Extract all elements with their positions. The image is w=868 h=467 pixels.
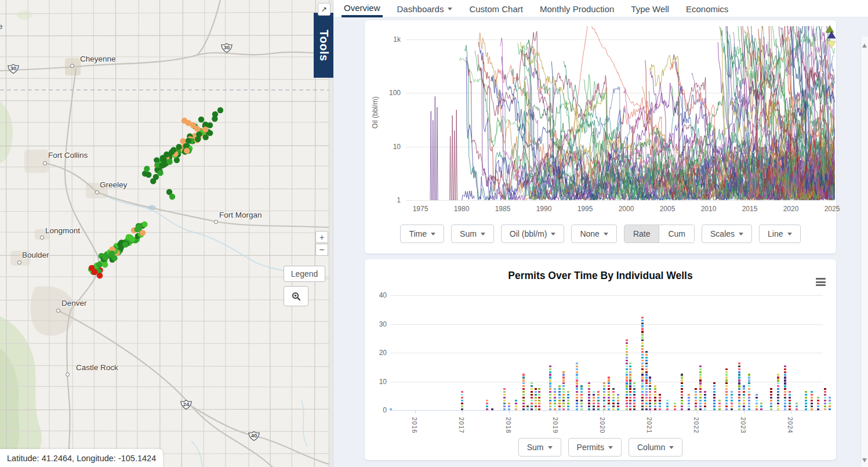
x-tick-mark bbox=[603, 410, 604, 414]
tab-economics[interactable]: Economics bbox=[684, 0, 731, 17]
permit-bar[interactable] bbox=[760, 401, 762, 410]
permit-bar[interactable] bbox=[522, 373, 525, 410]
oil-bbl-m--dropdown[interactable]: Oil (bbl/m) bbox=[501, 225, 565, 243]
vertical-scrollbar[interactable] bbox=[860, 37, 868, 467]
scales-dropdown[interactable]: Scales bbox=[702, 225, 752, 243]
sum-dropdown[interactable]: Sum bbox=[451, 225, 494, 243]
toggle-option-cum[interactable]: Cum bbox=[659, 225, 694, 242]
permit-bar[interactable] bbox=[796, 401, 798, 410]
tab-type-well[interactable]: Type Well bbox=[629, 0, 671, 17]
permit-bar[interactable] bbox=[770, 388, 772, 411]
permit-bar[interactable] bbox=[748, 373, 750, 410]
y-tick-label: 40 bbox=[365, 291, 387, 299]
sum-dropdown[interactable]: Sum bbox=[518, 438, 561, 457]
permit-bar[interactable] bbox=[503, 388, 506, 411]
button-label: Line bbox=[768, 229, 783, 238]
permit-bar[interactable] bbox=[508, 401, 510, 410]
permit-bar[interactable] bbox=[738, 361, 740, 410]
well-dot-layer[interactable] bbox=[88, 107, 223, 278]
permit-bar[interactable] bbox=[805, 390, 807, 410]
permit-bar[interactable] bbox=[588, 382, 590, 410]
permit-bar[interactable] bbox=[626, 339, 628, 411]
permit-bar[interactable] bbox=[699, 364, 702, 410]
permit-bar[interactable] bbox=[531, 382, 533, 410]
permit-bar[interactable] bbox=[784, 364, 786, 410]
permit-bar[interactable] bbox=[612, 388, 615, 411]
x-tick-mark bbox=[697, 410, 698, 414]
permit-bar[interactable] bbox=[526, 404, 529, 410]
permit-bar[interactable] bbox=[829, 396, 831, 410]
permit-bar[interactable] bbox=[515, 399, 517, 410]
permit-bar[interactable] bbox=[688, 393, 690, 410]
permit-bar[interactable] bbox=[633, 382, 635, 410]
tab-custom-chart[interactable]: Custom Chart bbox=[467, 0, 525, 17]
permit-bar[interactable] bbox=[538, 388, 540, 411]
x-tick-label: 2019 bbox=[552, 417, 559, 433]
well-dot bbox=[203, 134, 209, 140]
permit-bar[interactable] bbox=[789, 390, 791, 410]
map-search-button[interactable] bbox=[284, 286, 308, 306]
permit-bar[interactable] bbox=[567, 390, 569, 410]
permit-bar[interactable] bbox=[704, 390, 706, 410]
well-dot bbox=[195, 136, 201, 142]
permit-bar[interactable] bbox=[731, 390, 733, 410]
permit-bar[interactable] bbox=[811, 390, 813, 410]
permit-bar[interactable] bbox=[817, 396, 819, 410]
toggle-option-rate[interactable]: Rate bbox=[624, 225, 659, 242]
none-dropdown[interactable]: None bbox=[571, 225, 616, 243]
permit-bar[interactable] bbox=[461, 390, 463, 410]
map-legend-button[interactable]: Legend bbox=[284, 266, 325, 282]
permit-bar[interactable] bbox=[486, 399, 488, 410]
city-marker-fort-collins bbox=[43, 161, 47, 165]
map-expand-button[interactable]: ↗ bbox=[318, 3, 331, 16]
permits-chart-controls: SumPermitsColumn bbox=[365, 438, 836, 457]
oil-series-plot[interactable] bbox=[406, 26, 835, 200]
scrollbar-up-arrow[interactable] bbox=[862, 44, 867, 48]
permit-bar[interactable] bbox=[558, 385, 561, 411]
y-tick-label: 10 bbox=[365, 378, 387, 386]
permit-bar[interactable] bbox=[617, 393, 619, 410]
tools-tab[interactable]: Tools bbox=[314, 13, 333, 78]
permit-bar[interactable] bbox=[562, 370, 565, 410]
permit-bar[interactable] bbox=[629, 361, 631, 410]
permit-bar[interactable] bbox=[695, 388, 697, 411]
map-zoom-out-button[interactable]: − bbox=[315, 244, 328, 256]
permit-bar[interactable] bbox=[824, 388, 826, 411]
scrollbar-down-arrow[interactable] bbox=[862, 458, 867, 462]
permits-dropdown[interactable]: Permits bbox=[568, 438, 622, 457]
line-dropdown[interactable]: Line bbox=[759, 225, 800, 243]
permit-bar[interactable] bbox=[549, 364, 551, 410]
permit-bar[interactable] bbox=[674, 401, 676, 410]
permit-bar[interactable] bbox=[576, 361, 578, 410]
permit-bar[interactable] bbox=[535, 388, 537, 411]
permit-bar[interactable] bbox=[554, 388, 556, 411]
permit-bar[interactable] bbox=[593, 390, 595, 410]
permit-bar[interactable] bbox=[641, 316, 644, 410]
permit-bar[interactable] bbox=[645, 350, 648, 410]
permit-bar[interactable] bbox=[725, 367, 728, 410]
permit-bar[interactable] bbox=[654, 385, 656, 411]
permit-bar[interactable] bbox=[756, 393, 758, 410]
permit-bar[interactable] bbox=[666, 399, 669, 410]
tab-overview[interactable]: Overview bbox=[342, 0, 383, 17]
permit-bar[interactable] bbox=[597, 390, 600, 410]
tab-monthly-production[interactable]: Monthly Production bbox=[537, 0, 616, 17]
permit-bar[interactable] bbox=[608, 376, 610, 410]
tab-dashboards[interactable]: Dashboards bbox=[395, 0, 455, 17]
permit-bar[interactable] bbox=[743, 385, 745, 411]
permit-bar[interactable] bbox=[713, 382, 716, 410]
permit-bar[interactable] bbox=[580, 385, 583, 411]
permit-bar[interactable] bbox=[659, 393, 661, 410]
permit-bar[interactable] bbox=[603, 382, 605, 410]
map-zoom-in-button[interactable]: + bbox=[315, 231, 328, 243]
map-canvas[interactable]: CheyenneFort CollinsGreeleyFort MorganLo… bbox=[0, 0, 329, 467]
chart-menu-icon[interactable] bbox=[816, 278, 826, 288]
permit-bar[interactable] bbox=[681, 373, 683, 410]
column-dropdown[interactable]: Column bbox=[629, 438, 682, 457]
permit-bar[interactable] bbox=[718, 399, 721, 410]
permit-bar[interactable] bbox=[649, 376, 651, 410]
city-label-partial: e bbox=[0, 22, 3, 31]
gridline bbox=[390, 382, 823, 382]
permit-bar[interactable] bbox=[777, 373, 779, 410]
time-dropdown[interactable]: Time bbox=[400, 225, 444, 243]
